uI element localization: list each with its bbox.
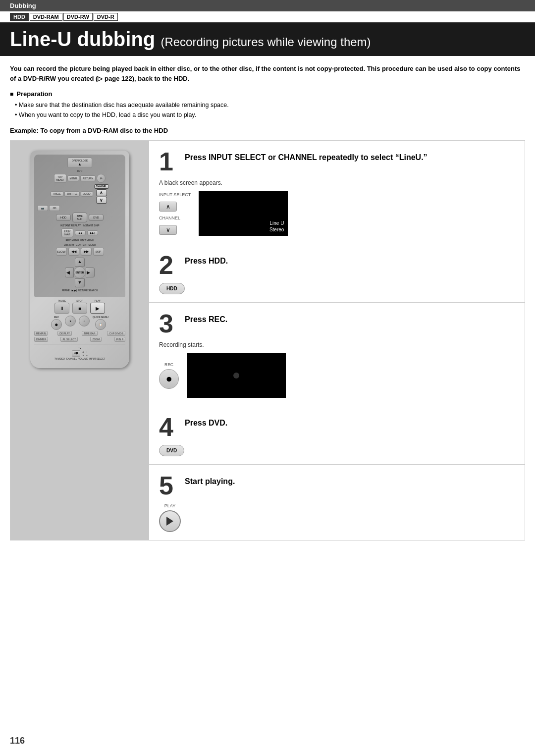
lineu-text: Line U [269,220,284,226]
menu-btn: MENU [67,175,80,181]
tiny-row-2: DIMMER PL SELECT ZOOM P IN P [34,337,125,342]
pl-select-btn: PL SELECT [60,337,78,342]
step-4-header: 4 Press DVD. [159,414,515,440]
top-menu-btn: TOPMENU [54,174,66,183]
instant-replay-row: INSTANT REPLAY INSTANT SKIP [37,224,122,227]
page-wrapper: Dubbing HDD DVD-RAM DVD-RW DVD-R Line-U … [0,0,535,550]
open-close-btn: OPEN/CLOSE ▲ [67,158,93,168]
format-dvdr: DVD-R [94,13,118,21]
channel-group: CHANNEL ∧ ∨ [94,184,109,204]
input-circle-btn: I/• [97,174,106,183]
step-2-block: 2 Press HDD. HDD [149,244,525,303]
remote-top: OPEN/CLOSE ▲ DVD TOPMENU MENU RETURN I/• [34,155,125,297]
menu-row: TOPMENU MENU RETURN I/• [37,174,122,183]
tiny-buttons-section: REMAIN DISPLAY TIME BAR CHP DIVIDE DIMME… [34,331,125,342]
black-screen-1: Line U Stereo [199,191,288,236]
content-menu-label: CONTENT MENU [76,243,96,246]
two-col-layout: OPEN/CLOSE ▲ DVD TOPMENU MENU RETURN I/• [10,140,525,540]
hdd-timeSlip-dvd-row: HDD TIMESLIP DVD [37,213,122,222]
step-1-block: 1 Press INPUT SELECT or CHANNEL repeated… [149,141,525,244]
angle-btn: ANGLE [51,191,63,197]
black-screen-rec [187,353,286,398]
step-2-number: 2 [159,252,179,278]
tv-section: TV I/⬤ ∧ ∨ + − [34,344,125,360]
rec-btn-illus: ⬤ [159,369,179,389]
rec-menu-label: REC MENU [65,239,79,242]
remote-illustration: OPEN/CLOSE ▲ DVD TOPMENU MENU RETURN I/• [10,141,149,540]
dvd-illus: DVD [159,445,184,456]
tv-label: TV [34,346,125,349]
psp-row: PAUSE ⏸ STOP ■ PLAY ▶ [34,299,125,314]
cam-icon: 📷 [37,205,48,211]
stop-btn: ■ [72,303,87,314]
pause-group: PAUSE ⏸ [54,299,69,314]
step-3-header: 3 Press REC. [159,311,515,336]
instant-skip-label: INSTANT SKIP [83,224,100,227]
display-btn: DISPLAY [57,331,72,336]
play-btn-remote: ▶ [90,303,105,314]
format-hdd: HDD [10,13,29,21]
quick-menu-btn: 📋 [95,319,106,330]
dpad-area: ▲ ◀ ENTER ▶ ▼ [37,258,122,287]
step-4-title: Press DVD. [185,414,227,429]
step-5-number: 5 [159,473,179,498]
dimmer-btn: DIMMER [34,337,48,342]
fwd2-btn: ▶▶ [81,248,92,256]
step-1-title: Press INPUT SELECT or CHANNEL repeatedly… [185,149,428,163]
slow-btn: SLOW [56,248,67,256]
tiny-row-1: REMAIN DISPLAY TIME BAR CHP DIVIDE [34,331,125,336]
tv-labels-row: TV/VIDEO CHANNEL VOLUME INPUT SELECT [34,358,125,360]
tv-btn-row: I/⬤ ∧ ∨ + − [34,350,125,357]
section-label: Dubbing [10,2,36,9]
pause-btn: ⏸ [54,303,69,314]
step-1-desc: A black screen appears. [159,179,515,186]
time-slip-btn: TIMESLIP [72,213,87,222]
library-label: LIBRARY [64,243,74,246]
ch-label: CHANNEL [66,358,77,360]
step-3-title: Press REC. [185,311,227,325]
vol-group: + − [86,350,88,357]
hdd-btn-illus: HDD [159,283,185,294]
vol-ch-group: ∧ ∨ [82,350,84,357]
rec-illus: REC ⬤ [159,362,179,389]
page-title: Line-U dubbing (Recording pictures while… [10,28,525,50]
step-2-content: HDD [159,283,515,294]
rec-edit-row: REC MENU EDIT MENU [37,239,122,242]
stereo-text: Stereo [269,226,284,233]
prep-list: Make sure that the destination disc has … [10,100,525,120]
framefwd-label: ▶| [74,289,77,292]
edit-menu-label: EDIT MENU [80,239,94,242]
input-select-label: INPUT SELECT [159,192,191,197]
angle-row: ANGLE SUBTITLE AUDIO CHANNEL ∧ ∨ [37,184,122,204]
remain-btn: REMAIN [34,331,48,336]
play-triangle-icon [166,517,173,526]
dot-btn: ○ [79,316,90,326]
dvd-remote-btn: DVD [89,214,104,221]
step-3-number: 3 [159,311,179,336]
step-2-header: 2 Press HDD. [159,252,515,278]
page-number: 116 [10,736,25,746]
step-3-block: 3 Press REC. Recording starts. REC ⬤ [149,303,525,406]
fwd-btn: ▶▶| [87,230,98,235]
step-5-content: PLAY [159,503,515,532]
rec-btn: ⬤ [51,319,62,330]
channel-label-remote: CHANNEL [94,184,109,189]
step-1-header: 1 Press INPUT SELECT or CHANNEL repeated… [159,149,515,174]
steps-column: 1 Press INPUT SELECT or CHANNEL repeated… [149,141,525,540]
step-5-header: 5 Start playing. [159,473,515,498]
play-illus: PLAY [159,503,181,532]
rec-group: REC ⬤ [51,316,62,330]
prep-title: Preparation [10,90,525,98]
prep-item-2: When you want to copy to the HDD, load a… [15,110,525,120]
input-sel-label: INPUT SELECT [89,358,105,360]
dpad: ▲ ◀ ENTER ▶ ▼ [65,258,95,287]
screen-text: Line U Stereo [269,220,284,233]
subtitle-btn: SUBTITLE [64,191,80,197]
time-bar-btn: TIME BAR [82,331,98,336]
cd-icon: CD [49,205,60,211]
hdd-illus: HDD [159,283,185,294]
dpad-down: ▼ [75,278,85,287]
framerev-label: |◀ [71,289,73,292]
enter-btn: ENTER [74,267,86,278]
frame-search-row: FRAME |◀ ▶| PICTURE SEARCH [37,289,122,292]
